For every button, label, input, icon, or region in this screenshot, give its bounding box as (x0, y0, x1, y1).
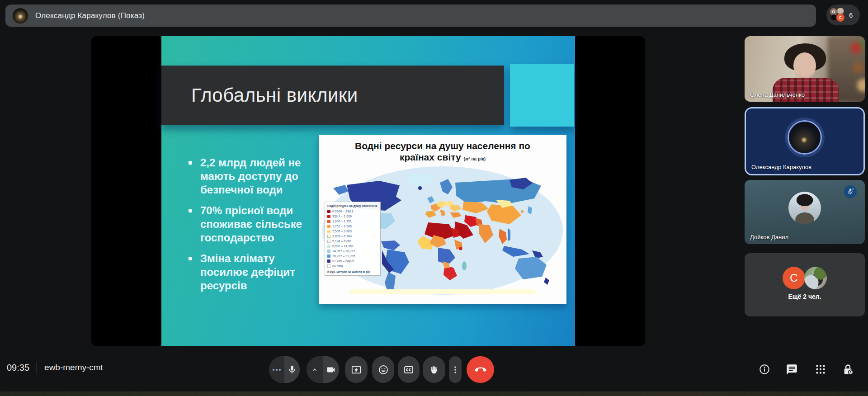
mic-off-icon (847, 188, 854, 195)
map-legend: Водні ресурси на душу населення 0.0000 –… (325, 202, 381, 276)
map-legend-rows: 0.0000 – 339.1339.1 – 1,0001,000 – 1,751… (327, 209, 378, 269)
participant-tile-overflow[interactable]: C Ещё 2 чел. (745, 253, 865, 316)
overflow-count-label: Ещё 2 чел. (745, 293, 865, 300)
camera-options-chevron-icon[interactable] (307, 356, 323, 383)
legend-row: 5,184 – 8,881 (327, 239, 378, 244)
legend-label: 1,751 – 2,506 (332, 224, 352, 229)
legend-label: 0.0000 – 339.1 (332, 209, 354, 214)
legend-row: 0.0000 – 339.1 (327, 209, 378, 214)
raise-hand-icon (429, 364, 439, 375)
reactions-button[interactable] (372, 356, 394, 383)
legend-label: 91,785 – higher (332, 259, 354, 264)
participant-tile-olena[interactable]: Олена Данильченко (745, 36, 865, 102)
slide-title: Глобальні виклики (161, 85, 358, 106)
legend-color-chip (327, 259, 330, 263)
clock: 09:35 (7, 363, 29, 373)
legend-row: 8,881 – 14,957 (327, 244, 378, 249)
participant-name: Олександр Каракулов (751, 164, 811, 170)
legend-color-chip (327, 235, 330, 238)
legend-color-chip (327, 230, 330, 233)
legend-label: 28,777 – 91,785 (332, 254, 355, 259)
legend-label: 3,803 – 5,184 (332, 234, 352, 239)
legend-label: 14,957 – 28,777 (332, 249, 355, 254)
participant-tile-doikov[interactable]: Дойков Данил (745, 180, 865, 244)
captions-icon (403, 364, 414, 375)
camera-icon[interactable] (323, 356, 339, 383)
slide-title-band: Глобальні виклики (161, 66, 504, 125)
world-map-panel: Водні ресурси на душу населення по країн… (319, 135, 566, 304)
participant-name: Олена Данильченко (750, 91, 805, 98)
legend-row: no data (327, 264, 378, 269)
info-icon (759, 363, 770, 375)
legend-color-chip (327, 240, 330, 243)
meeting-info: 09:35 ewb-memy-cmt (7, 362, 103, 373)
divider (37, 362, 37, 373)
legend-label: 2,506 – 3,803 (332, 229, 352, 234)
presentation-slide: Глобальні виклики 2,2 млрд людей не мают… (161, 36, 575, 346)
camera-button[interactable] (307, 356, 339, 383)
participant-tile-oleksandr-active[interactable]: Олександр Каракулов (745, 107, 865, 175)
legend-row: 91,785 – higher (327, 259, 378, 264)
avatar (788, 192, 821, 224)
legend-color-chip (327, 245, 330, 248)
participant-avatars-cluster: O C (830, 8, 845, 22)
bullet-marker (189, 257, 192, 260)
participant-name: Дойков Данил (750, 234, 788, 240)
audio-options-button[interactable] (269, 356, 284, 383)
map-legend-note: в куб. метрах на жителя в рік (327, 270, 378, 273)
avatar: C (836, 14, 844, 22)
overflow-avatars: C (783, 267, 827, 289)
slide-bullet-list: 2,2 млрд людей не мають доступу до безпе… (189, 156, 320, 292)
bullet-text: Зміна клімату посилює дефіцит ресурсів (200, 252, 320, 292)
legend-row: 14,957 – 28,777 (327, 249, 378, 254)
mic-muted-badge (844, 185, 857, 198)
map-title: Водні ресурси на душу населення по країн… (319, 135, 566, 165)
legend-label: 1,000 – 1,751 (332, 219, 352, 224)
end-call-button[interactable] (467, 356, 494, 383)
presenter-name: Олександр Каракулов (Показ) (35, 11, 145, 20)
legend-color-chip (327, 264, 330, 268)
legend-row: 3,803 – 5,184 (327, 234, 378, 239)
avatar (804, 267, 827, 289)
host-controls-lock-icon[interactable] (841, 363, 854, 376)
legend-label: 8,881 – 14,957 (332, 244, 354, 249)
activities-grid-icon[interactable] (814, 363, 827, 376)
more-options-button[interactable] (449, 356, 462, 383)
presenter-avatar (13, 8, 28, 24)
bullet-item: Зміна клімату посилює дефіцит ресурсів (189, 252, 320, 292)
legend-row: 2,506 – 3,803 (327, 229, 378, 234)
screen-edge-strip (0, 391, 868, 396)
meeting-details-button[interactable] (758, 363, 771, 376)
bullet-marker (189, 209, 192, 212)
present-screen-icon (351, 365, 361, 375)
present-screen-button[interactable] (345, 356, 368, 383)
legend-color-chip (327, 210, 330, 213)
end-call-icon (475, 364, 486, 376)
legend-row: 28,777 – 91,785 (327, 254, 378, 259)
video-person-face (793, 52, 816, 79)
legend-row: 1,000 – 1,751 (327, 219, 378, 224)
captions-button[interactable] (398, 356, 420, 383)
participants-count-button[interactable]: O C 6 (826, 5, 860, 25)
avatar: C (783, 267, 805, 289)
legend-color-chip (327, 215, 330, 218)
chat-icon (786, 363, 798, 376)
microphone-button[interactable] (269, 356, 300, 383)
legend-label: 339.1 – 1,000 (332, 214, 352, 219)
smiley-icon (378, 364, 389, 375)
mic-icon[interactable] (284, 356, 300, 383)
map-legend-title: Водні ресурси на душу населення (327, 204, 378, 207)
shared-screen-area[interactable]: Глобальні виклики 2,2 млрд людей не мают… (91, 36, 645, 346)
legend-color-chip (327, 255, 330, 258)
legend-label: 5,184 – 8,881 (332, 239, 352, 244)
slide-accent-block (510, 64, 574, 127)
chat-button[interactable] (785, 363, 798, 376)
bullet-text: 2,2 млрд людей не мають доступу до безпе… (200, 156, 320, 197)
map-title-units: (м³ на рік) (464, 156, 486, 161)
legend-row: 339.1 – 1,000 (327, 214, 378, 219)
video-person-shirt (773, 78, 839, 102)
raise-hand-button[interactable] (423, 356, 445, 383)
bullet-text: 70% прісної води споживає сільське госпо… (200, 204, 320, 245)
legend-label: no data (332, 264, 343, 269)
avatar (788, 120, 822, 155)
